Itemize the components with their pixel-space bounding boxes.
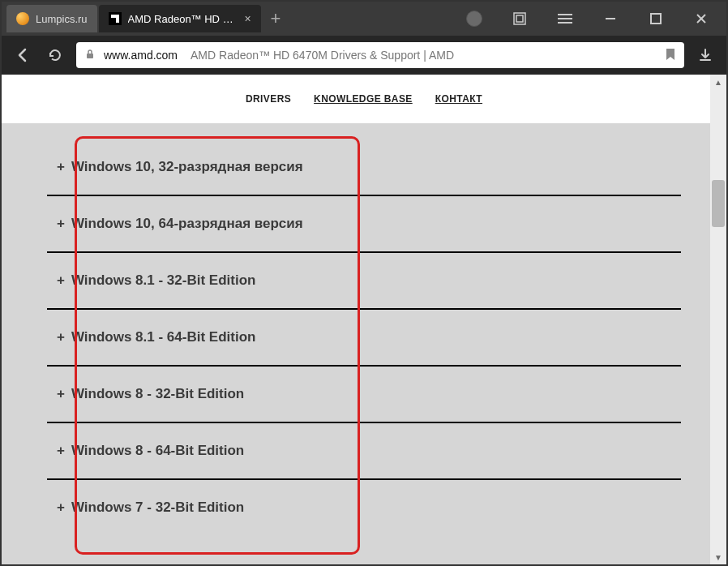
expand-icon: + [57,329,65,345]
tab-title: AMD Radeon™ HD 6470 [128,13,237,25]
favicon-lumpics-icon [16,12,29,25]
tab-lumpics[interactable]: Lumpics.ru [6,5,97,32]
profile-icon [466,11,482,27]
window-close-button[interactable] [689,6,713,31]
back-button[interactable] [11,44,34,66]
scroll-down-icon[interactable]: ▼ [710,550,726,564]
hamburger-icon [558,13,572,24]
url-bar-row: www.amd.com AMD Radeon™ HD 6470M Drivers… [2,36,726,75]
url-bar[interactable]: www.amd.com AMD Radeon™ HD 6470M Drivers… [76,42,684,68]
os-item[interactable]: +Windows 7 - 32-Bit Edition [47,480,681,535]
minimize-icon [605,13,616,24]
bookmark-icon[interactable] [665,48,676,63]
expand-icon: + [57,272,65,289]
svg-rect-6 [651,14,661,24]
scroll-up-icon[interactable]: ▲ [710,75,726,89]
minimize-button[interactable] [598,6,623,31]
favicon-amd-icon [109,12,122,25]
reload-button[interactable] [44,44,66,66]
download-icon [698,48,713,62]
expand-icon: + [57,500,65,516]
os-item[interactable]: +Windows 10, 64-разрядная версия [47,196,681,253]
nav-drivers[interactable]: DRIVERS [246,93,291,105]
tab-amd[interactable]: AMD Radeon™ HD 6470 × [99,5,261,32]
scrollbar-thumb[interactable] [712,180,725,227]
os-label: Windows 8.1 - 32-Bit Edition [71,272,255,289]
os-accordion: +Windows 10, 32-разрядная версия +Window… [47,139,681,535]
expand-icon: + [57,159,65,175]
browser-chrome: Lumpics.ru AMD Radeon™ HD 6470 × + [2,2,726,75]
tab-title: Lumpics.ru [36,13,88,25]
expand-icon: + [57,386,65,402]
tab-strip: Lumpics.ru AMD Radeon™ HD 6470 × + [2,2,726,36]
svg-rect-1 [516,15,523,22]
os-item[interactable]: +Windows 8 - 64-Bit Edition [47,423,681,480]
os-label: Windows 10, 64-разрядная версия [71,216,303,232]
downloads-button[interactable] [694,44,717,66]
close-icon[interactable]: × [244,12,251,25]
os-item[interactable]: +Windows 8.1 - 32-Bit Edition [47,253,681,310]
url-domain: www.amd.com [104,49,178,62]
svg-rect-9 [87,54,93,58]
os-item[interactable]: +Windows 8 - 32-Bit Edition [47,367,681,423]
arrow-left-icon [15,47,31,63]
extensions-icon [512,11,527,26]
os-label: Windows 8 - 32-Bit Edition [71,386,244,402]
new-tab-button[interactable]: + [263,8,289,29]
page-nav: DRIVERS KNOWLEDGE BASE КОНТАКТ [2,75,726,123]
nav-contact[interactable]: КОНТАКТ [435,93,482,105]
os-label: Windows 8 - 64-Bit Edition [71,443,244,459]
os-label: Windows 8.1 - 64-Bit Edition [71,329,255,345]
page-viewport: DRIVERS KNOWLEDGE BASE КОНТАКТ +Windows … [2,75,726,564]
os-label: Windows 10, 32-разрядная версия [71,159,303,175]
lock-icon [84,49,96,62]
nav-knowledge-base[interactable]: KNOWLEDGE BASE [314,93,413,105]
reload-icon [48,48,62,62]
close-icon [696,13,707,24]
os-item[interactable]: +Windows 10, 32-разрядная версия [47,139,681,196]
expand-icon: + [57,443,65,459]
profile-button[interactable] [462,6,486,31]
extensions-button[interactable] [507,6,532,31]
svg-rect-0 [514,13,525,24]
os-label: Windows 7 - 32-Bit Edition [71,500,244,516]
drivers-content: +Windows 10, 32-разрядная версия +Window… [2,123,726,535]
menu-button[interactable] [553,6,577,31]
maximize-icon [650,13,662,24]
maximize-button[interactable] [644,6,668,31]
url-title: AMD Radeon™ HD 6470M Drivers & Support |… [191,49,657,62]
expand-icon: + [57,216,65,232]
page-scrollbar[interactable]: ▲ ▼ [710,75,726,564]
os-item[interactable]: +Windows 8.1 - 64-Bit Edition [47,310,681,367]
